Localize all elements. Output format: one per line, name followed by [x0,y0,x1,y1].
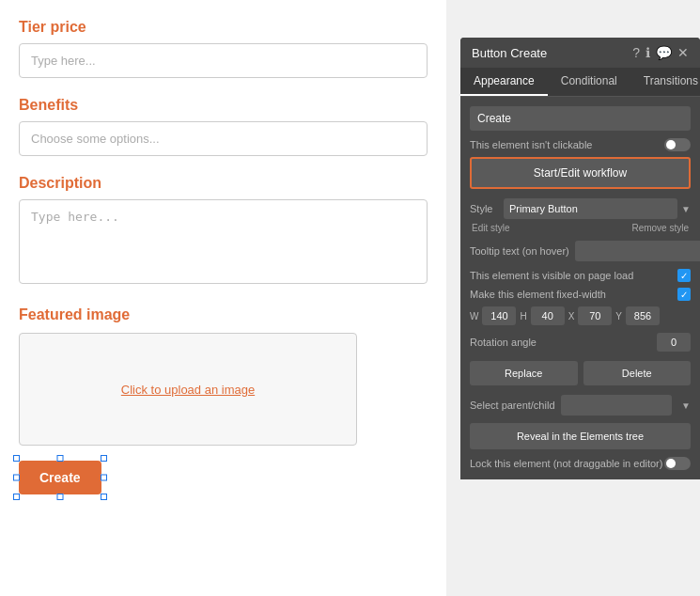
rotation-label: Rotation angle [470,337,537,348]
parent-arrow-icon: ▼ [681,400,691,411]
tier-price-input[interactable] [19,43,428,78]
featured-image-label: Featured image [19,306,428,323]
tab-appearance[interactable]: Appearance [460,68,548,96]
tab-transitions[interactable]: Transitions [630,68,700,96]
button-text-input[interactable] [470,106,691,131]
description-label: Description [19,175,428,192]
w-label: W [470,311,478,322]
lock-toggle[interactable] [664,457,691,470]
handle-bc [56,494,63,500]
tooltip-input[interactable] [575,241,700,261]
x-label: X [568,311,575,322]
visible-label: This element is visible on page load [470,270,633,281]
tabs-bar: Appearance Conditional Transitions [460,68,700,97]
visible-checkbox[interactable]: ✓ [677,269,691,282]
style-row: Style Primary Button ▼ [470,198,691,219]
dimensions-row: W H X Y [470,306,691,325]
x-input[interactable] [578,306,612,325]
handle-tr [101,455,107,462]
close-icon[interactable]: ✕ [677,45,689,60]
fixed-width-checkbox[interactable]: ✓ [677,288,691,301]
h-label: H [520,311,526,322]
create-button-wrapper: Create [19,461,101,494]
handle-br [101,494,107,500]
style-arrow-icon: ▼ [681,204,691,214]
remove-style-link[interactable]: Remove style [631,223,689,233]
fixed-width-row: Make this element fixed-width ✓ [470,288,691,301]
reveal-button[interactable]: Reveal in the Elements tree [470,423,691,449]
y-label: Y [615,311,622,322]
handle-mr [101,475,107,481]
panel-body: This element isn't clickable Start/Edit … [460,97,700,479]
parent-label: Select parent/child [470,400,555,411]
description-textarea[interactable] [19,199,428,284]
parent-select-row: Select parent/child ▼ [470,395,691,416]
benefits-label: Benefits [19,97,428,114]
lock-label: Lock this element (not draggable in edit… [470,458,662,469]
h-input[interactable] [531,306,565,325]
not-clickable-label: This element isn't clickable [470,139,593,150]
w-input[interactable] [482,306,516,325]
replace-button[interactable]: Replace [470,361,578,385]
right-panel: Button Create ? ℹ 💬 ✕ Appearance Conditi… [460,38,700,479]
info-icon[interactable]: ℹ [646,45,650,60]
style-select[interactable]: Primary Button [504,198,677,219]
panel-header: Button Create ? ℹ 💬 ✕ [460,38,700,68]
panel-icons: ? ℹ 💬 ✕ [632,45,689,60]
tier-price-label: Tier price [19,19,428,36]
edit-style-link[interactable]: Edit style [472,223,510,233]
tab-conditional[interactable]: Conditional [548,68,630,96]
left-panel: Tier price Benefits Choose some options.… [0,0,446,596]
not-clickable-row: This element isn't clickable [470,138,691,151]
handle-bl [13,494,20,500]
edit-remove-row: Edit style Remove style [470,223,691,233]
style-label: Style [470,203,504,214]
tooltip-label: Tooltip text (on hover) [470,245,569,257]
delete-button[interactable]: Delete [583,361,692,385]
rotation-input[interactable] [657,333,691,352]
workflow-button[interactable]: Start/Edit workflow [470,157,691,189]
chat-icon[interactable]: 💬 [656,45,672,60]
lock-row: Lock this element (not draggable in edit… [470,457,691,470]
rotation-row: Rotation angle [470,333,691,352]
action-buttons-row: Replace Delete [470,361,691,385]
panel-title: Button Create [472,46,547,60]
upload-text: Click to upload an image [121,383,255,397]
parent-select[interactable] [561,395,673,416]
tooltip-row: Tooltip text (on hover) [470,241,691,261]
help-icon[interactable]: ? [632,45,640,60]
fixed-width-label: Make this element fixed-width [470,289,606,300]
handle-tl [13,455,20,462]
visibility-row: This element is visible on page load ✓ [470,269,691,282]
benefits-select[interactable]: Choose some options... [19,121,428,156]
y-input[interactable] [626,306,660,325]
not-clickable-toggle[interactable] [664,138,691,151]
create-button[interactable]: Create [19,461,101,494]
upload-area[interactable]: Click to upload an image [19,333,357,446]
